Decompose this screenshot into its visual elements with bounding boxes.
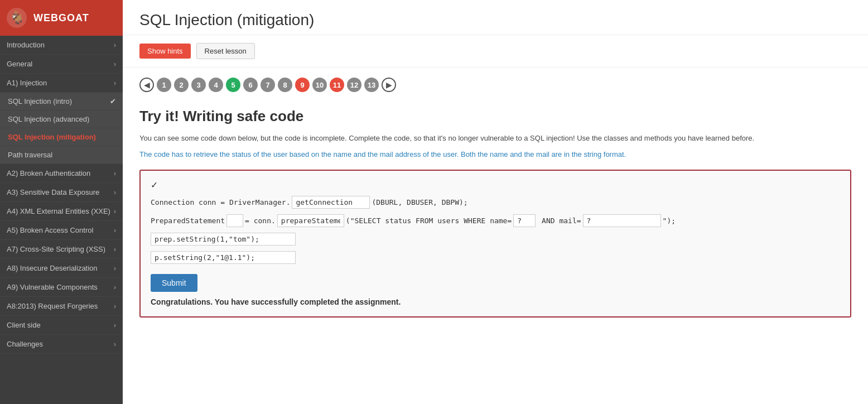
- code-line1-input[interactable]: [292, 196, 370, 209]
- nav-page-8[interactable]: 8: [278, 78, 292, 92]
- nav-page-6[interactable]: 6: [243, 78, 258, 92]
- chevron-icon: ›: [114, 60, 116, 68]
- chevron-icon: ›: [114, 208, 116, 215]
- code-line-4: [151, 251, 840, 264]
- nav-page-1[interactable]: 1: [157, 78, 171, 92]
- sidebar-item-label: Path traversal: [8, 151, 52, 159]
- success-message: Congratulations. You have successfully c…: [151, 297, 840, 306]
- show-hints-button[interactable]: Show hints: [139, 44, 191, 59]
- sidebar-item-label: A8) Insecure Deserialization: [7, 264, 98, 272]
- code-line2-q2-input[interactable]: [583, 214, 661, 227]
- lesson-content: Try it! Writing safe code You can see so…: [123, 102, 868, 334]
- nav-page-12[interactable]: 12: [347, 78, 361, 92]
- chevron-icon: ›: [114, 264, 116, 272]
- code-line2-pre: PreparedStatement: [151, 217, 225, 225]
- code-line2-sql1: ("SELECT status FROM users WHERE name=: [346, 217, 512, 225]
- sidebar: 🐐 WEBGOAT Introduction › General › A1) I…: [0, 0, 123, 404]
- sidebar-header: 🐐 WEBGOAT: [0, 0, 123, 36]
- code-line4-input[interactable]: [151, 251, 296, 264]
- lesson-description-1: You can see some code down below, but th…: [139, 133, 851, 145]
- sidebar-item-a2[interactable]: A2) Broken Authentication ›: [0, 164, 123, 183]
- sidebar-item-general[interactable]: General ›: [0, 55, 123, 74]
- nav-page-7[interactable]: 7: [261, 78, 275, 92]
- chevron-icon: ›: [114, 302, 116, 310]
- sidebar-title: WEBGOAT: [33, 12, 89, 24]
- svg-text:🐐: 🐐: [9, 10, 25, 25]
- code-line3-input[interactable]: [151, 233, 296, 246]
- sidebar-item-a8-insecure[interactable]: A8) Insecure Deserialization ›: [0, 259, 123, 278]
- sidebar-item-label: SQL Injection (mitigation): [8, 133, 96, 141]
- exercise-box: ✓ Connection conn = DriverManager. (DBUR…: [139, 170, 851, 318]
- sidebar-item-a3[interactable]: A3) Sensitive Data Exposure ›: [0, 183, 123, 202]
- chevron-icon: ›: [114, 170, 116, 177]
- sidebar-item-label: A7) Cross-Site Scripting (XSS): [7, 245, 105, 253]
- page-header: SQL Injection (mitigation): [123, 0, 868, 35]
- chevron-icon: ›: [114, 41, 116, 49]
- sidebar-item-sql-injection-intro[interactable]: SQL Injection (intro) ✔: [0, 93, 123, 110]
- submit-button[interactable]: Submit: [151, 274, 197, 292]
- sidebar-item-label: A9) Vulnerable Components: [7, 283, 98, 291]
- nav-next-button[interactable]: ▶: [382, 78, 396, 92]
- code-line1-pre: Connection conn = DriverManager.: [151, 198, 290, 206]
- sidebar-item-sql-injection-advanced[interactable]: SQL Injection (advanced): [0, 110, 123, 128]
- lesson-description-2: The code has to retrieve the status of t…: [139, 149, 851, 161]
- sidebar-item-label: SQL Injection (advanced): [8, 115, 89, 123]
- nav-page-13[interactable]: 13: [364, 78, 379, 92]
- nav-prev-button[interactable]: ◀: [139, 78, 154, 92]
- nav-page-2[interactable]: 2: [174, 78, 189, 92]
- sidebar-item-a9[interactable]: A9) Vulnerable Components ›: [0, 278, 123, 297]
- lesson-nav: ◀ 1 2 3 4 5 6 7 8 9 10 11 12 13 ▶: [123, 68, 868, 102]
- webgoat-logo: 🐐: [6, 7, 28, 29]
- nav-page-3[interactable]: 3: [191, 78, 206, 92]
- nav-page-10[interactable]: 10: [312, 78, 327, 92]
- sidebar-item-path-traversal[interactable]: Path traversal: [0, 146, 123, 164]
- sidebar-item-label: A2) Broken Authentication: [7, 169, 90, 177]
- code-line2-var-input[interactable]: [226, 214, 243, 227]
- check-icon: ✔: [110, 97, 116, 105]
- code-line-3: [151, 233, 840, 246]
- sidebar-item-label: A3) Sensitive Data Exposure: [7, 188, 99, 196]
- sidebar-item-label: A5) Broken Access Control: [7, 226, 93, 234]
- sidebar-item-label: Client side: [7, 321, 41, 329]
- sidebar-item-a7[interactable]: A7) Cross-Site Scripting (XSS) ›: [0, 240, 123, 259]
- sidebar-item-introduction[interactable]: Introduction ›: [0, 36, 123, 55]
- sidebar-item-a5[interactable]: A5) Broken Access Control ›: [0, 221, 123, 240]
- sidebar-item-label: Introduction: [7, 41, 45, 49]
- sidebar-item-label: A8:2013) Request Forgeries: [7, 302, 98, 310]
- nav-page-5[interactable]: 5: [226, 78, 240, 92]
- toolbar: Show hints Reset lesson: [123, 35, 868, 68]
- sidebar-item-sql-injection-mitigation[interactable]: SQL Injection (mitigation): [0, 128, 123, 146]
- nav-page-9[interactable]: 9: [295, 78, 310, 92]
- code-line1-post: (DBURL, DBUSER, DBPW);: [372, 198, 467, 206]
- chevron-icon: ›: [114, 189, 116, 196]
- chevron-icon: ›: [114, 283, 116, 291]
- nav-page-11[interactable]: 11: [330, 78, 344, 92]
- chevron-icon: ›: [114, 227, 116, 234]
- sidebar-item-label: SQL Injection (intro): [8, 97, 72, 105]
- page-title: SQL Injection (mitigation): [139, 11, 851, 29]
- reset-lesson-button[interactable]: Reset lesson: [196, 43, 255, 59]
- main-content: SQL Injection (mitigation) Show hints Re…: [123, 0, 868, 404]
- code-line2-q1-input[interactable]: [513, 214, 536, 227]
- sidebar-item-client-side[interactable]: Client side ›: [0, 316, 123, 335]
- sidebar-item-a4[interactable]: A4) XML External Entities (XXE) ›: [0, 202, 123, 221]
- sidebar-item-challenges[interactable]: Challenges ›: [0, 335, 123, 354]
- sidebar-item-label: General: [7, 60, 32, 68]
- code-line2-method-input[interactable]: [277, 214, 344, 227]
- code-line2-and: AND mail=: [537, 217, 581, 225]
- sidebar-item-a8-2013[interactable]: A8:2013) Request Forgeries ›: [0, 297, 123, 316]
- checkmark-icon: ✓: [151, 180, 840, 190]
- chevron-icon: ›: [114, 246, 116, 253]
- sidebar-item-label: Challenges: [7, 340, 43, 348]
- lesson-title: Try it! Writing safe code: [139, 108, 851, 125]
- code-line-2: PreparedStatement = conn. ("SELECT statu…: [151, 214, 840, 227]
- chevron-icon: ›: [114, 321, 116, 329]
- sidebar-item-label: A1) Injection: [7, 79, 47, 87]
- code-line2-eq: = conn.: [245, 217, 276, 225]
- code-line-1: Connection conn = DriverManager. (DBURL,…: [151, 196, 840, 209]
- nav-page-4[interactable]: 4: [209, 78, 223, 92]
- chevron-icon: ›: [114, 79, 116, 87]
- sidebar-item-label: A4) XML External Entities (XXE): [7, 207, 110, 215]
- chevron-icon: ›: [114, 340, 116, 348]
- sidebar-item-a1-injection[interactable]: A1) Injection ›: [0, 74, 123, 93]
